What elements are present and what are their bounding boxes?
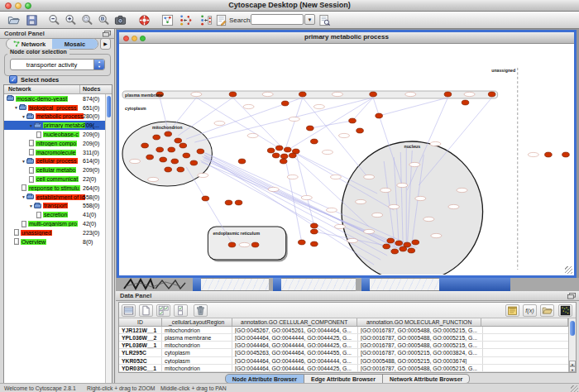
network-edge[interactable] xyxy=(196,98,277,147)
attribute-table-row[interactable]: YJR121W__1mitochondrion[GO:0045267, GO:0… xyxy=(119,327,568,334)
network-node[interactable] xyxy=(289,153,296,158)
column-header[interactable]: _cellularLayoutRegion xyxy=(162,318,232,326)
network-node[interactable] xyxy=(146,155,154,160)
float-panel-icon[interactable] xyxy=(567,293,576,299)
network-edge[interactable] xyxy=(310,121,352,128)
table-cell[interactable]: YDR039C__1 xyxy=(119,365,162,371)
network-node[interactable] xyxy=(141,143,149,148)
network-node[interactable] xyxy=(272,153,280,158)
network-node[interactable] xyxy=(412,240,419,245)
network-node[interactable] xyxy=(488,92,495,97)
attribute-table-row[interactable]: YPL036W__1mitochondrion[GO:0044464, GO:0… xyxy=(119,342,568,349)
network-tree-row[interactable]: ▼establishment of lo558(0) xyxy=(4,193,105,202)
table-cell[interactable]: [GO:0045263, GO:0044464, GO:0044455, G..… xyxy=(232,349,358,356)
network-node[interactable] xyxy=(462,100,469,105)
network-edge[interactable] xyxy=(303,98,369,179)
network-node[interactable] xyxy=(391,249,399,254)
network-node[interactable] xyxy=(545,152,553,157)
tab-network[interactable]: Network xyxy=(7,39,52,49)
save-icon[interactable] xyxy=(24,13,39,27)
table-cell[interactable]: plasma membrane xyxy=(162,334,232,341)
background-window-preview[interactable] xyxy=(281,278,356,291)
network-node[interactable] xyxy=(280,154,288,159)
network-tree-row[interactable]: Overview8(0) xyxy=(4,237,105,246)
tree-scrollbar[interactable] xyxy=(105,94,112,392)
network-node[interactable] xyxy=(349,118,356,123)
network-tree-row[interactable]: cellular metabo209(0) xyxy=(4,165,105,174)
attribute-table-row[interactable]: YPL036W__2plasma membrane[GO:0044464, GO… xyxy=(119,334,568,342)
network-node[interactable] xyxy=(400,246,407,251)
table-cell[interactable]: YPL036W__2 xyxy=(119,334,162,341)
background-window-edge[interactable] xyxy=(361,278,370,291)
search-input[interactable] xyxy=(251,14,304,25)
network-node[interactable] xyxy=(251,242,259,247)
table-cell[interactable]: [GO:0016787, GO:0005215, GO:0003824, G..… xyxy=(358,349,483,356)
network-node[interactable] xyxy=(284,147,291,152)
table-cell[interactable]: [GO:0016787, GO:0005488, GO:0005215, G..… xyxy=(358,334,483,341)
network-node[interactable] xyxy=(165,167,172,172)
network-tree-row[interactable]: ▼metabolic process280(0) xyxy=(4,112,105,122)
network-node[interactable] xyxy=(177,167,184,172)
network-edge[interactable] xyxy=(291,98,373,148)
network-tree-row[interactable]: ▼cellular process614(0) xyxy=(4,157,105,166)
help-lifering-icon[interactable] xyxy=(136,13,151,27)
unselect-attributes-icon[interactable] xyxy=(174,304,188,317)
zoom-in-icon[interactable] xyxy=(63,13,78,27)
disclosure-triangle-icon[interactable]: ▼ xyxy=(29,123,33,128)
network-tree-row[interactable]: ▼transport558(0) xyxy=(4,202,105,211)
network-node[interactable] xyxy=(202,196,209,201)
network-tree-row[interactable]: unassigned223(0) xyxy=(4,228,105,237)
column-header[interactable]: annotation.GO CELLULAR_COMPONENT xyxy=(232,318,357,326)
network-canvas[interactable]: plasma membranecytoplasmmitochondrionnuc… xyxy=(120,45,573,275)
window-resize-grip[interactable] xyxy=(565,266,572,274)
apply-vizmap-icon[interactable] xyxy=(199,13,213,27)
network-node[interactable] xyxy=(395,241,403,246)
network-node[interactable] xyxy=(190,160,198,165)
network-node[interactable] xyxy=(298,240,305,245)
scroll-down-arrow[interactable]: ▼ xyxy=(569,366,576,372)
background-window-titlebar[interactable] xyxy=(439,278,510,291)
search-dropdown-icon[interactable]: ▼ xyxy=(304,14,315,25)
network-node[interactable] xyxy=(311,139,318,144)
table-cell[interactable]: cytoplasm xyxy=(162,349,232,356)
app-resize-grip[interactable] xyxy=(571,385,578,392)
network-edge[interactable] xyxy=(352,98,373,121)
tab-mosaic[interactable]: Mosaic xyxy=(52,39,98,49)
network-node[interactable] xyxy=(225,200,232,205)
table-cell[interactable]: [GO:0044464, GO:0044446, GO:0044444, G..… xyxy=(232,357,358,364)
select-attributes-icon[interactable] xyxy=(156,304,170,317)
table-cell[interactable]: mitochondrion xyxy=(162,342,232,348)
network-column-header[interactable]: Network xyxy=(8,86,31,92)
network-tree-row[interactable]: ▼biological_process651(0) xyxy=(4,103,105,112)
network-node[interactable] xyxy=(171,159,179,164)
tree-scrollbar-thumb[interactable] xyxy=(107,96,111,117)
network-node[interactable] xyxy=(156,147,164,152)
table-cell[interactable]: YKR052C xyxy=(119,357,162,364)
network-window-titlebar[interactable]: primary metabolic process xyxy=(119,32,574,44)
background-window-preview[interactable] xyxy=(201,278,269,291)
table-cell[interactable]: [GO:0016787, GO:0005488, GO:0005215, G..… xyxy=(358,327,483,333)
network-node[interactable] xyxy=(562,152,570,157)
network-node[interactable] xyxy=(281,101,289,106)
table-scrollbar-thumb[interactable] xyxy=(570,321,575,336)
table-cell[interactable]: [GO:0044464, GO:0044444, GO:0044425, G..… xyxy=(232,334,358,341)
table-cell[interactable]: [GO:0045267, GO:0045261, GO:0044464, G..… xyxy=(232,327,358,333)
column-header[interactable]: ID xyxy=(119,318,162,326)
network-tree-row[interactable]: mosaic-demo-yeast874(0) xyxy=(4,94,105,103)
network-tree-row[interactable]: nitrogen compo209(0) xyxy=(4,139,105,148)
notes-icon[interactable] xyxy=(505,304,519,317)
table-cell[interactable]: [GO:0016787, GO:0005488, GO:0005215, G..… xyxy=(358,365,483,371)
attribute-table-row[interactable]: YDR039C__1mitochondrion[GO:0044464, GO:0… xyxy=(119,365,568,372)
table-scrollbar[interactable]: ▲ ▼ xyxy=(568,318,576,372)
network-node[interactable] xyxy=(299,92,306,97)
network-edge[interactable] xyxy=(286,98,303,147)
network-node[interactable] xyxy=(408,248,415,253)
network-node[interactable] xyxy=(275,146,283,151)
zoom-selected-icon[interactable] xyxy=(79,13,94,27)
table-cell[interactable]: YPL036W__1 xyxy=(119,342,162,348)
disclosure-triangle-icon[interactable]: ▼ xyxy=(22,114,26,119)
attribute-table-row[interactable]: YLR295Ccytoplasm[GO:0045263, GO:0044464,… xyxy=(119,349,568,356)
network-node[interactable] xyxy=(197,149,204,154)
table-cell[interactable]: mitochondrion xyxy=(162,365,232,371)
function-builder-icon[interactable]: f(x) xyxy=(523,304,537,317)
